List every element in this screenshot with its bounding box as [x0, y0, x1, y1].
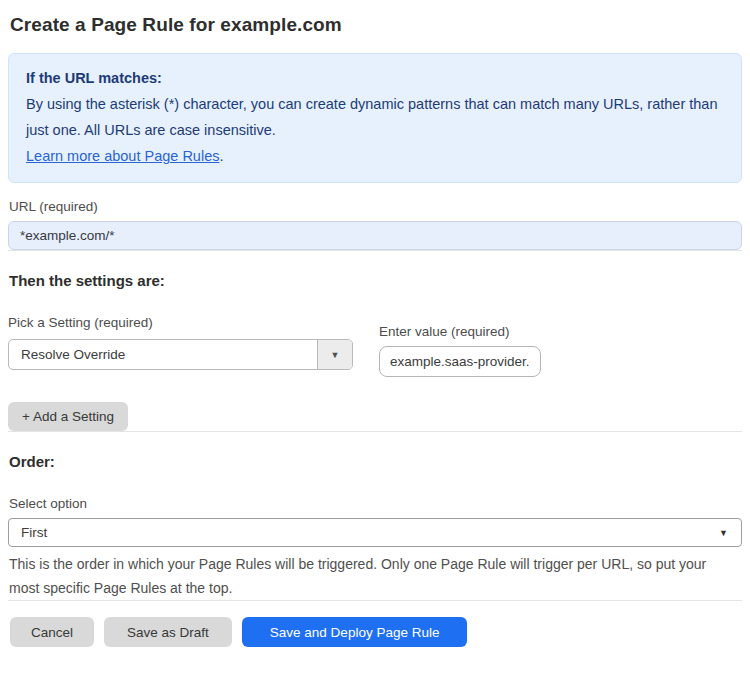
url-field-label: URL (required) — [9, 199, 742, 214]
info-box-link-line: Learn more about Page Rules. — [26, 143, 724, 169]
footer-button-row: Cancel Save as Draft Save and Deploy Pag… — [8, 617, 742, 647]
setting-row: Pick a Setting (required) Resolve Overri… — [8, 315, 742, 377]
setting-value-input[interactable] — [379, 346, 541, 377]
footer-divider — [8, 600, 742, 601]
order-select[interactable]: First ▼ — [8, 518, 742, 547]
learn-more-page-rules-link[interactable]: Learn more about Page Rules — [26, 148, 219, 164]
settings-section-heading: Then the settings are: — [9, 272, 742, 289]
setting-picker-selected-value: Resolve Override — [9, 340, 317, 369]
info-box-heading: If the URL matches: — [26, 65, 724, 91]
url-input[interactable] — [8, 221, 742, 250]
order-section-heading: Order: — [9, 453, 742, 470]
section-divider — [8, 250, 742, 251]
order-selected-value: First — [21, 525, 47, 540]
page-title: Create a Page Rule for example.com — [10, 14, 742, 36]
section-divider — [8, 431, 742, 432]
setting-value-column: Enter value (required) — [379, 315, 541, 377]
save-and-deploy-button[interactable]: Save and Deploy Page Rule — [242, 617, 468, 647]
setting-value-label: Enter value (required) — [379, 324, 541, 339]
order-help-text: This is the order in which your Page Rul… — [9, 552, 729, 600]
add-setting-button[interactable]: + Add a Setting — [8, 402, 128, 431]
create-page-rule-form: Create a Page Rule for example.com If th… — [0, 14, 750, 647]
url-match-info-box: If the URL matches: By using the asteris… — [8, 53, 742, 183]
cancel-button[interactable]: Cancel — [10, 617, 94, 647]
chevron-down-icon: ▼ — [719, 528, 728, 538]
setting-picker-select[interactable]: Resolve Override ▼ — [8, 339, 353, 370]
link-suffix-period: . — [219, 148, 223, 164]
setting-picker-label: Pick a Setting (required) — [8, 315, 353, 330]
info-box-body: By using the asterisk (*) character, you… — [26, 91, 724, 143]
chevron-down-icon[interactable]: ▼ — [317, 340, 352, 369]
order-select-label: Select option — [9, 496, 742, 511]
save-as-draft-button[interactable]: Save as Draft — [104, 617, 232, 647]
setting-picker-column: Pick a Setting (required) Resolve Overri… — [8, 315, 353, 370]
